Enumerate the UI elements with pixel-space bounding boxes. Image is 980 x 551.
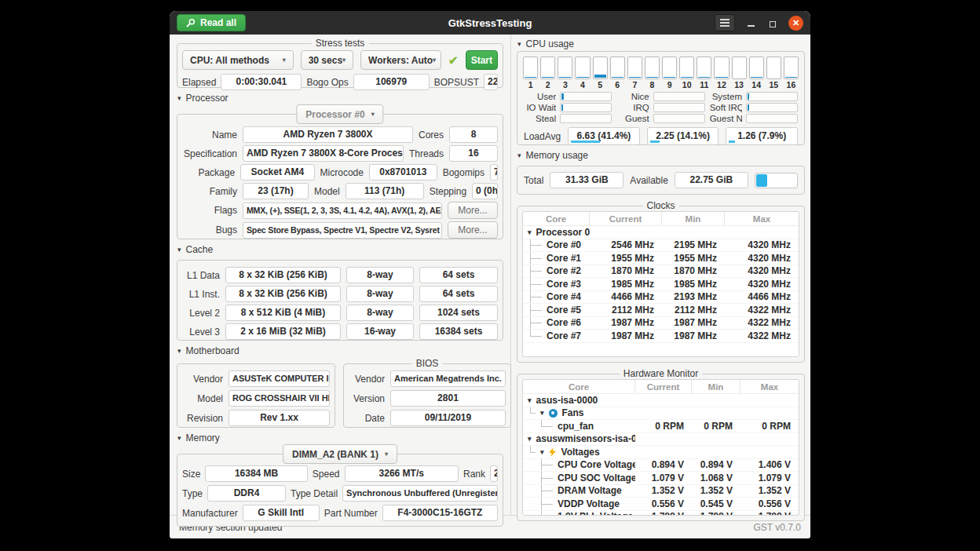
loadavg-progress-fill (650, 140, 660, 143)
core-name-cell: Core #5 (523, 304, 590, 316)
cpu-core-meter-fill (542, 77, 554, 78)
table-column-header[interactable]: Max (740, 380, 799, 393)
cpu-stat-fill (561, 104, 563, 111)
hwmon-subgroup-row[interactable]: ▾Fans (523, 407, 799, 421)
clocks-row[interactable]: Core #71987 MHz1987 MHz4322 MHz (523, 330, 799, 343)
cpu-core-meter-bar (679, 57, 694, 79)
cache-size-value: 8 x 32 KiB (256 KiB) (225, 286, 341, 302)
hwmon-sensor-row[interactable]: CPU Core Voltage0.894 V0.894 V1.406 V (523, 459, 799, 473)
processor-expander[interactable]: ▾ Processor (177, 93, 503, 104)
core-name-cell: Core #7 (523, 330, 590, 342)
cpu-usage-expander[interactable]: ▾ CPU usage (517, 38, 805, 49)
clocks-row[interactable]: Core #44466 MHz2193 MHz4466 MHz (523, 291, 799, 305)
hwmon-subgroup-row[interactable]: ▾Voltages (523, 446, 799, 459)
table-column-header[interactable]: Min (692, 380, 740, 393)
loadavg-progress-fill (729, 140, 734, 143)
clocks-row[interactable]: Core #52112 MHz2112 MHz4322 MHz (523, 304, 799, 317)
table-column-header[interactable]: Min (662, 212, 725, 225)
cpu-stat-label: Soft IRQ (710, 103, 742, 112)
hwmon-subgroup-label: Fans (562, 407, 584, 418)
cpu-stat: IO Wait (524, 103, 612, 112)
core-name-cell: Core #2 (523, 265, 590, 278)
board-model-label: Model (182, 393, 223, 404)
cpu-core-meter: 3 (558, 57, 572, 89)
cpu-stat: System (710, 92, 798, 101)
duration-dropdown[interactable]: 30 secs ▾ (301, 50, 353, 70)
hwmon-sensor-row[interactable]: CPU SOC Voltage1.079 V1.068 V1.079 V (523, 472, 799, 485)
workers-dropdown-label: Workers: Auto (368, 55, 433, 66)
rank-label: Rank (463, 469, 485, 480)
sensor-name-cell: DRAM Voltage (523, 485, 635, 498)
min-value: 1.068 V (692, 473, 740, 483)
cpu-core-meter-bar (627, 57, 642, 79)
cache-rows: L1 Data8 x 32 KiB (256 KiB)8-way64 setsL… (182, 267, 498, 340)
cpu-core-number: 9 (662, 80, 677, 89)
cpu-stat-fill (561, 93, 564, 100)
size-label: Size (182, 469, 200, 480)
chevron-down-icon: ▾ (433, 57, 436, 64)
table-column-header[interactable]: Core (523, 212, 590, 225)
name-label: Name (182, 130, 237, 140)
sensor-name-cell: VDDP Voltage (523, 498, 635, 510)
board-frame: Vendor ASUSTeK COMPUTER INC. Model ROG C… (177, 363, 335, 428)
clocks-row[interactable]: Core #61987 MHz1987 MHz4322 MHz (523, 317, 799, 330)
sensor-name: 1.8V PLL Voltage (558, 511, 633, 516)
cpu-core-meter-fill (715, 77, 727, 78)
clocks-row[interactable]: Core #11955 MHz1955 MHz4320 MHz (523, 252, 799, 265)
clocks-row[interactable]: Core #21870 MHz1870 MHz4320 MHz (523, 265, 799, 279)
cpu-core-meter: 10 (679, 57, 694, 89)
workers-dropdown[interactable]: Workers: Auto ▾ (360, 50, 441, 70)
hwmon-group-row[interactable]: ▾asuswmisensors-isa-0000 (523, 433, 799, 447)
hwmon-sensor-row[interactable]: DRAM Voltage1.352 V1.352 V1.352 V (523, 485, 799, 498)
sensor-name: VDDP Voltage (558, 498, 620, 509)
expander-arrow-icon: ▾ (177, 348, 181, 355)
cpu-stat: Steal (524, 114, 612, 123)
motherboard-expander[interactable]: ▾ Motherboard (177, 345, 503, 356)
minimize-button[interactable] (744, 16, 757, 29)
hwmon-group-name: ▾asuswmisensors-isa-0000 (523, 433, 635, 446)
close-button[interactable]: ✕ (788, 16, 803, 31)
cpu-core-meter-fill (681, 77, 693, 78)
flags-more-button[interactable]: More... (448, 202, 498, 219)
hwmon-sensor-row[interactable]: VDDP Voltage0.556 V0.545 V0.556 V (523, 498, 799, 511)
clocks-row[interactable]: Core #31985 MHz1985 MHz4320 MHz (523, 278, 799, 291)
cache-expander[interactable]: ▾ Cache (177, 244, 503, 255)
start-button[interactable]: Start (466, 50, 498, 70)
cores-value: 8 (449, 126, 498, 143)
cpu-core-number: 6 (610, 80, 625, 89)
read-all-button[interactable]: Read all (177, 14, 246, 31)
table-column-header[interactable]: Max (725, 212, 799, 225)
cpu-stat: Guest Nice (710, 114, 798, 123)
cpu-usage-frame: 12345678910111213141516 UserNiceSystemIO… (517, 51, 805, 145)
processor-selector-button[interactable]: Processor #0 ▾ (296, 104, 383, 124)
dimm-selector-button[interactable]: DIMM_A2 (BANK 1) ▾ (283, 444, 397, 464)
tree-connector (534, 420, 558, 432)
hwmon-sensor-row[interactable]: 1.8V PLL Voltage1.788 V1.788 V1.788 V (523, 511, 799, 516)
clocks-row[interactable]: Core #02546 MHz2195 MHz4320 MHz (523, 239, 799, 253)
clocks-group-name: ▾Processor 0 (523, 226, 590, 239)
table-column-header[interactable]: Core (523, 380, 635, 393)
clocks-group-row[interactable]: ▾Processor 0 (523, 226, 799, 239)
maximize-button[interactable] (766, 16, 779, 29)
cache-row-label: Level 3 (182, 327, 220, 338)
bugs-more-button[interactable]: More... (448, 221, 498, 239)
cpu-core-meter: 11 (697, 57, 711, 89)
hwmon-group-row[interactable]: ▾asus-isa-0000 (523, 394, 799, 407)
core-name: Core #2 (547, 265, 581, 276)
menu-button[interactable] (715, 14, 735, 31)
microcode-value: 0x8701013 (369, 164, 437, 181)
package-value: Socket AM4 (240, 164, 314, 181)
cpu-core-meter-bar (714, 57, 729, 79)
table-column-header[interactable]: Current (635, 380, 692, 393)
cpu-core-number: 7 (627, 80, 642, 89)
chevron-down-icon: ▾ (342, 57, 346, 64)
loadavg-value: 6.63 (41.4%) (568, 127, 640, 145)
hwmon-sensor-row[interactable]: cpu_fan0 RPM0 RPM0 RPM (523, 420, 799, 433)
memory-expander[interactable]: ▾ Memory (177, 432, 503, 443)
cache-sets-value: 64 sets (419, 286, 498, 302)
memory-usage-expander[interactable]: ▾ Memory usage (517, 150, 805, 161)
method-dropdown[interactable]: CPU: All methods ▾ (182, 50, 294, 70)
memory-usage-progress-fill (756, 174, 767, 187)
table-column-header[interactable]: Current (590, 212, 662, 225)
cpu-core-meter-bar (766, 57, 781, 79)
